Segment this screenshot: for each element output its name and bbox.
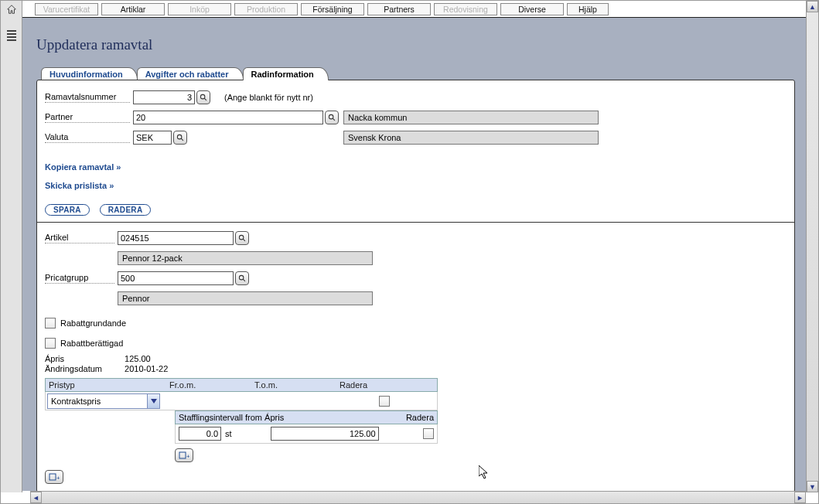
apris-label: Ápris: [45, 354, 122, 363]
staff-interval-input[interactable]: [179, 427, 221, 441]
staff-row: st: [175, 424, 438, 444]
partner-lookup-icon[interactable]: [325, 111, 339, 124]
svg-text:+: +: [56, 475, 60, 482]
col-tom: T.o.m.: [254, 380, 340, 390]
menu-diverse[interactable]: Diverse: [500, 3, 564, 15]
scroll-down-icon[interactable]: ▼: [807, 481, 818, 492]
rabattberattigad-label: Rabattberättigad: [60, 339, 123, 348]
tab-radinformation[interactable]: Radinformation: [243, 67, 329, 80]
menu-icon[interactable]: [7, 30, 16, 41]
partner-input[interactable]: [133, 111, 323, 124]
menu-hjalp[interactable]: Hjälp: [567, 3, 609, 15]
valuta-lookup-icon[interactable]: [173, 131, 187, 145]
menubar: Varucertifikat Artiklar Inköp Produktion…: [22, 1, 806, 18]
scroll-left-icon[interactable]: ◄: [30, 492, 42, 503]
ramavtal-input[interactable]: [133, 90, 195, 104]
pristyp-value: Kontraktspris: [51, 397, 101, 406]
valuta-input[interactable]: [133, 131, 172, 145]
staff-head-left: Stafflingsintervall from Ápris: [179, 413, 284, 422]
staff-add-icon[interactable]: +: [175, 448, 193, 462]
artikel-label: Artikel: [45, 233, 114, 243]
horizontal-scrollbar[interactable]: ◄ ►: [30, 491, 806, 503]
line-add-icon[interactable]: +: [45, 470, 63, 484]
price-table: Pristyp Fr.o.m. T.o.m. Radera Kontraktsp…: [45, 378, 438, 462]
svg-line-3: [333, 118, 335, 121]
ramavtal-hint: (Ange blankt för nytt nr): [224, 93, 313, 102]
svg-point-4: [177, 135, 182, 139]
svg-line-9: [243, 279, 245, 281]
staff-unit: st: [225, 429, 232, 438]
partner-name-display: Nacka kommun: [343, 111, 599, 124]
spara-button[interactable]: SPARA: [45, 204, 90, 216]
app-window: Varucertifikat Artiklar Inköp Produktion…: [0, 0, 819, 504]
pricat-label: Pricatgrupp: [45, 273, 114, 284]
scroll-up-icon[interactable]: ▲: [807, 1, 818, 12]
rabattberattigad-checkbox[interactable]: [45, 338, 56, 349]
pricat-lookup-icon[interactable]: [235, 271, 249, 285]
main-area: Varucertifikat Artiklar Inköp Produktion…: [22, 1, 806, 491]
svg-line-5: [181, 138, 183, 141]
panel: Ramavtalsnummer (Ange blankt för nytt nr…: [36, 80, 795, 492]
price-row: Kontraktspris: [45, 392, 438, 410]
menu-inkop[interactable]: Inköp: [168, 3, 231, 15]
andring-label: Ändringsdatum: [45, 364, 122, 373]
vertical-scrollbar[interactable]: ▲ ▼: [806, 1, 818, 492]
svg-text:+: +: [186, 453, 189, 460]
staff-delete-checkbox[interactable]: [423, 428, 434, 439]
menu-produktion[interactable]: Produktion: [234, 3, 298, 15]
pricat-input[interactable]: [118, 271, 234, 285]
artikel-desc-display: Pennor 12-pack: [118, 251, 373, 265]
col-radera: Radera: [340, 380, 437, 390]
tab-huvudinformation[interactable]: Huvudinformation: [41, 67, 138, 80]
page-title: Uppdatera ramavtal: [36, 36, 795, 53]
price-row-delete-checkbox[interactable]: [379, 396, 390, 407]
menu-varucertifikat[interactable]: Varucertifikat: [35, 3, 98, 15]
skicka-link[interactable]: Skicka prislista »: [45, 181, 114, 190]
col-from: Fr.o.m.: [169, 380, 254, 390]
pristyp-select[interactable]: Kontraktspris: [47, 393, 160, 409]
kopiera-link[interactable]: Kopiera ramavtal »: [45, 162, 121, 172]
artikel-lookup-icon[interactable]: [235, 231, 249, 245]
svg-point-0: [200, 94, 205, 99]
svg-rect-12: [49, 474, 56, 480]
staff-head-right: Radera: [406, 413, 434, 422]
valuta-label: Valuta: [45, 132, 130, 143]
andring-value: 2010-01-22: [125, 364, 168, 373]
menu-redovisning[interactable]: Redovisning: [434, 3, 497, 15]
home-icon[interactable]: [6, 4, 17, 15]
scroll-right-icon[interactable]: ►: [794, 492, 806, 503]
ramavtal-label: Ramavtalsnummer: [45, 92, 130, 103]
svg-line-1: [204, 98, 206, 100]
staff-apris-input[interactable]: [271, 427, 379, 441]
svg-point-2: [329, 114, 333, 119]
canvas: Uppdatera ramavtal Huvudinformation Avgi…: [22, 18, 806, 491]
staff-table: Stafflingsintervall from Ápris Radera st: [175, 410, 438, 462]
svg-line-7: [243, 239, 245, 241]
apris-value: 125.00: [125, 354, 151, 363]
partner-label: Partner: [45, 112, 130, 123]
rabattgrundande-label: Rabattgrundande: [60, 318, 126, 328]
svg-rect-10: [179, 452, 186, 458]
menu-partners[interactable]: Partners: [367, 3, 431, 15]
rabattgrundande-checkbox[interactable]: [45, 318, 56, 329]
pricat-desc-display: Pennor: [118, 291, 373, 305]
tabstrip: Huvudinformation Avgifter och rabatter R…: [41, 67, 795, 80]
menu-forsaljning[interactable]: Försäljning: [301, 3, 364, 15]
chevron-down-icon: [147, 394, 159, 408]
col-pristyp: Pristyp: [46, 380, 169, 390]
svg-point-8: [239, 275, 244, 280]
valuta-name-display: Svensk Krona: [343, 131, 599, 145]
ramavtal-lookup-icon[interactable]: [196, 90, 210, 104]
tab-avgifter[interactable]: Avgifter och rabatter: [137, 67, 244, 80]
left-toolbar: [1, 1, 22, 492]
svg-point-6: [239, 235, 244, 240]
radera-button[interactable]: RADERA: [100, 204, 152, 216]
menu-artiklar[interactable]: Artiklar: [101, 3, 165, 15]
artikel-input[interactable]: [118, 231, 234, 245]
